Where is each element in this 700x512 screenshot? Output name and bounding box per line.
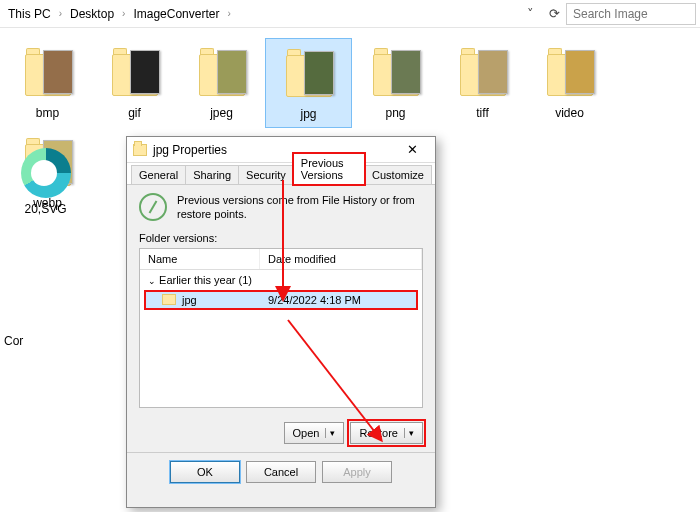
folder-video[interactable]: video: [526, 38, 613, 128]
column-date[interactable]: Date modified: [260, 249, 422, 269]
folder-png[interactable]: png: [352, 38, 439, 128]
list-group-header[interactable]: ⌄ Earlier this year (1): [140, 270, 422, 290]
folder-label: video: [555, 106, 584, 120]
properties-dialog: jpg Properties ✕ GeneralSharingSecurityP…: [126, 136, 436, 508]
folder-bmp[interactable]: bmp: [4, 38, 91, 128]
action-button-row: Open▾ Restore▾: [139, 422, 423, 444]
folder-label: bmp: [36, 106, 59, 120]
folder-tiff[interactable]: tiff: [439, 38, 526, 128]
row-name: jpg: [182, 294, 268, 306]
section-label: Folder versions:: [139, 232, 423, 244]
tab-sharing[interactable]: Sharing: [185, 165, 239, 184]
dialog-footer: OK Cancel Apply: [127, 452, 435, 491]
folder-icon: [19, 44, 77, 102]
list-header: Name Date modified: [140, 249, 422, 270]
tab-customize[interactable]: Customize: [364, 165, 432, 184]
folder-label: jpg: [300, 107, 316, 121]
sidebar-cutoff-label: Cor: [4, 334, 23, 348]
row-date: 9/24/2022 4:18 PM: [268, 294, 361, 306]
folder-icon: [280, 45, 338, 103]
tab-previous-versions[interactable]: Previous Versions: [293, 153, 365, 185]
folder-icon: [162, 294, 176, 305]
breadcrumb-current[interactable]: ImageConverter: [129, 5, 223, 23]
versions-list[interactable]: Name Date modified ⌄ Earlier this year (…: [139, 248, 423, 408]
ok-button[interactable]: OK: [170, 461, 240, 483]
close-icon[interactable]: ✕: [395, 140, 429, 160]
column-name[interactable]: Name: [140, 249, 260, 269]
breadcrumb-this-pc[interactable]: This PC: [4, 5, 55, 23]
folder-label: tiff: [476, 106, 488, 120]
cancel-button[interactable]: Cancel: [246, 461, 316, 483]
tab-general[interactable]: General: [131, 165, 186, 184]
file-label: 20,SVG: [24, 202, 66, 216]
folder-icon: [367, 44, 425, 102]
folder-gif[interactable]: gif: [91, 38, 178, 128]
dialog-body: Previous versions come from File History…: [127, 185, 435, 452]
folder-icon: [106, 44, 164, 102]
chevron-right-icon[interactable]: ›: [223, 8, 234, 19]
dialog-titlebar[interactable]: jpg Properties ✕: [127, 137, 435, 163]
folder-label: jpeg: [210, 106, 233, 120]
folder-jpeg[interactable]: jpeg: [178, 38, 265, 128]
folder-icon: [541, 44, 599, 102]
folder-icon: [133, 144, 147, 156]
refresh-icon[interactable]: ⟳: [542, 2, 566, 26]
folder-label: png: [385, 106, 405, 120]
breadcrumb-desktop[interactable]: Desktop: [66, 5, 118, 23]
folder-label: gif: [128, 106, 141, 120]
version-row[interactable]: jpg9/24/2022 4:18 PM: [146, 292, 416, 308]
search-input[interactable]: [566, 3, 696, 25]
history-icon: [139, 193, 167, 221]
folder-jpg[interactable]: jpg: [265, 38, 352, 128]
apply-button[interactable]: Apply: [322, 461, 392, 483]
folder-icon: [454, 44, 512, 102]
address-bar: This PC › Desktop › ImageConverter › ˅ ⟳: [0, 0, 700, 28]
tab-security[interactable]: Security: [238, 165, 294, 184]
dialog-tabstrip: GeneralSharingSecurityPrevious VersionsC…: [127, 163, 435, 185]
restore-button[interactable]: Restore▾: [350, 422, 423, 444]
dropdown-arrow-icon[interactable]: ▾: [404, 428, 414, 438]
address-dropdown-icon[interactable]: ˅: [518, 2, 542, 26]
chevron-right-icon[interactable]: ›: [55, 8, 66, 19]
file-edge-svg[interactable]: 20,SVG: [2, 142, 89, 222]
info-text: Previous versions come from File History…: [177, 193, 423, 222]
edge-icon: [21, 148, 71, 198]
open-button[interactable]: Open▾: [284, 422, 345, 444]
chevron-right-icon[interactable]: ›: [118, 8, 129, 19]
dropdown-arrow-icon[interactable]: ▾: [325, 428, 335, 438]
folder-icon: [193, 44, 251, 102]
